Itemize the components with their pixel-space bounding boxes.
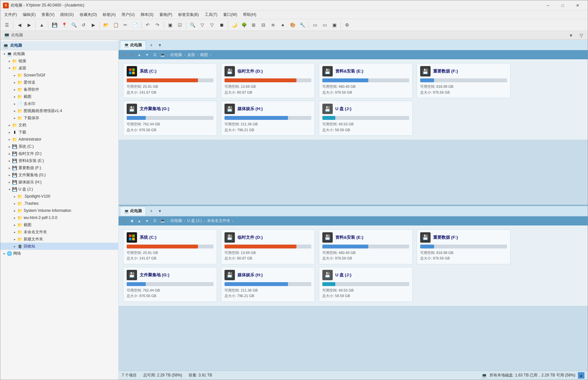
tree-item-7[interactable]: ▸📄去水印 [0,100,118,107]
top-nav-back[interactable]: ◀ [121,52,127,58]
toolbar-cols[interactable]: ⊟ [259,20,268,29]
drive-card-4[interactable]: 💾文件聚集地 (G:)可用空间: 762.44 GB总大小: 976.56 GB [123,267,217,302]
expand-icon-3[interactable]: ▸ [12,73,17,78]
bottom-bc-1[interactable]: U 盘 (J:) [186,217,203,224]
expand-icon-21[interactable]: ▸ [12,201,17,206]
bottom-bc-2[interactable]: 未命名文件夹 [206,217,232,224]
toolbar-check[interactable]: ☑ [175,20,184,29]
tree-item-0[interactable]: ▾💻此电脑 [0,50,118,57]
expand-icon-26[interactable]: ▸ [12,236,17,242]
toolbar-filter3[interactable]: ▽ [207,20,216,29]
toolbar-wrench[interactable]: 🔧 [298,20,307,29]
tree-item-1[interactable]: ▸📁链接 [0,57,118,64]
bottom-tab-chevron[interactable]: ▾ [156,207,164,215]
refresh-button[interactable]: ↺ [79,20,88,29]
toolbar-pane1[interactable]: ▭ [310,20,319,29]
tree-item-23[interactable]: ▸📁wu-html-2-pdf-1.0.0 [0,214,118,221]
toolbar-filter4[interactable]: ⏹ [217,20,226,29]
drive-card-1[interactable]: 💾临时文件 (D:)可用空间: 13.69 GB总大小: 80.87 GB [221,63,315,98]
top-nav-forward[interactable]: ◀ [128,52,135,58]
toolbar-settings[interactable]: ⚙ [342,20,352,29]
menu-file[interactable]: 文件(F) [2,11,19,18]
menu-goto[interactable]: 跳转(G) [58,11,76,18]
bottom-nav-down[interactable]: ▼ [144,218,150,224]
tree-item-22[interactable]: ▸📁System Volume Information [0,207,118,214]
expand-icon-14[interactable]: ▸ [7,151,12,156]
tree-item-2[interactable]: ▾📁桌面 [0,64,118,72]
toolbar-moon[interactable]: 🌙 [230,20,239,29]
close-button[interactable]: ✕ [570,0,585,11]
expand-icon-0[interactable]: ▾ [2,51,7,56]
tree-item-4[interactable]: ▸📁爱传送 [0,79,118,86]
menu-tabset[interactable]: 标签页集(B) [176,11,202,18]
menu-view[interactable]: 查看(V) [39,11,57,18]
tree-item-18[interactable]: ▸💾媒体娱乐 (H:) [0,178,118,186]
toolbar-filter2[interactable]: ▽ [198,20,207,29]
menu-window[interactable]: 窗口(W) [221,11,240,18]
tree-item-11[interactable]: ▸⬇下载 [0,129,118,136]
toolbar-redo[interactable]: ↷ [153,20,162,29]
tree-item-12[interactable]: ▸📁Administrator [0,136,118,143]
menu-script[interactable]: 脚本(S) [138,11,156,18]
tree-item-20[interactable]: ▸📁.Spotlight-V100 [0,193,118,200]
expand-icon-8[interactable]: ▸ [12,108,17,113]
tree-item-3[interactable]: ▸📁ScreenToGif [0,72,118,79]
up-button[interactable]: ▲ [37,20,46,29]
menu-favorites[interactable]: 收藏夹(O) [77,11,99,18]
menu-pane[interactable]: 窗格(P) [157,11,175,18]
expand-icon-12[interactable]: ▸ [7,137,12,142]
tree-item-27[interactable]: ▸🗑回收站 [0,243,118,250]
toolbar-copy[interactable]: 📋 [111,20,120,29]
toolbar-grid[interactable]: ⊞ [249,20,258,29]
address-filter[interactable]: ▽ [577,31,586,40]
menu-tools[interactable]: 工具(T) [202,11,220,18]
tree-item-21[interactable]: ▸📁.Trashes [0,200,118,207]
toolbar-menu-icon[interactable]: ☰ [2,20,11,29]
drive-card-5[interactable]: 💾媒体娱乐 (H:)可用空间: 211.36 GB总大小: 796.21 GB [221,101,315,136]
expand-icon-4[interactable]: ▸ [12,80,17,85]
tree-item-17[interactable]: ▸💾文件聚集地 (G:) [0,171,118,178]
drive-card-3[interactable]: 💾重要数据 (F:)可用空间: 818.98 GB总大小: 976.56 GB [417,63,511,98]
tree-item-5[interactable]: ▸📁备用软件 [0,86,118,93]
bottom-bc-0[interactable]: 此电脑 [169,217,183,224]
tree-item-25[interactable]: ▸📁未命名文件夹 [0,228,118,236]
tree-item-19[interactable]: ▾💾U 盘 (J:) [0,186,118,193]
tree-item-9[interactable]: ▸📁下载保存 [0,114,118,121]
top-nav-list[interactable]: ☰ [152,52,158,58]
bottom-nav-up[interactable]: ▲ [136,218,143,224]
menu-help[interactable]: 帮助(H) [240,11,259,18]
expand-icon-6[interactable]: ▸ [12,94,17,99]
menu-tags[interactable]: 标签(A) [100,11,118,18]
top-bc-0[interactable]: 此电脑 [169,52,183,58]
drive-card-2[interactable]: 💾资料&安装 (E:)可用空间: 460.40 GB总大小: 976.56 GB [319,63,413,98]
top-nav-up[interactable]: ▲ [136,52,143,58]
drive-card-1[interactable]: 💾临时文件 (D:)可用空间: 13.69 GB总大小: 80.87 GB [221,229,315,264]
drive-card-0[interactable]: 系统 (C:)可用空间: 25.81 GB总大小: 141.67 GB [123,229,217,264]
expand-icon-16[interactable]: ▸ [7,165,12,170]
expand-icon-23[interactable]: ▸ [12,215,17,220]
toolbar-undo[interactable]: ↶ [143,20,152,29]
expand-icon-2[interactable]: ▾ [7,65,12,71]
expand-icon-5[interactable]: ▸ [12,87,17,92]
expand-icon-22[interactable]: ▸ [12,208,17,213]
tree-item-16[interactable]: ▸💾重要数据 (F:) [0,164,118,171]
tree-item-6[interactable]: ▸📁截图 [0,93,118,100]
drive-icon[interactable]: 💾 [50,20,59,29]
go-button[interactable]: ▶ [89,20,98,29]
bottom-tab-button[interactable]: 💻 此电脑 [120,206,146,215]
bottom-nav-forward[interactable]: ◀ [128,218,135,224]
top-tab-chevron[interactable]: ▾ [156,41,164,49]
tree-item-26[interactable]: ▸📁新建文件夹 [0,236,118,243]
expand-icon-10[interactable]: ▸ [7,122,12,128]
bottom-nav-back[interactable]: ◀ [121,218,127,224]
address-dropdown[interactable]: ▾ [566,31,575,40]
expand-icon-11[interactable]: ▸ [7,130,12,135]
toolbar-select[interactable]: ▣ [166,20,175,29]
status-scroll-up[interactable]: ▲ [578,372,584,379]
drive-card-4[interactable]: 💾文件聚集地 (G:)可用空间: 762.44 GB总大小: 976.56 GB [123,101,217,136]
drive-card-6[interactable]: 💾U 盘 (J:)可用空间: 49.53 GB总大小: 58.59 GB [319,267,413,302]
top-bc-2[interactable]: 截图 [199,52,209,58]
forward-button[interactable]: ▶ [25,20,34,29]
maximize-button[interactable]: □ [555,0,570,11]
expand-icon-24[interactable]: ▸ [12,222,17,227]
